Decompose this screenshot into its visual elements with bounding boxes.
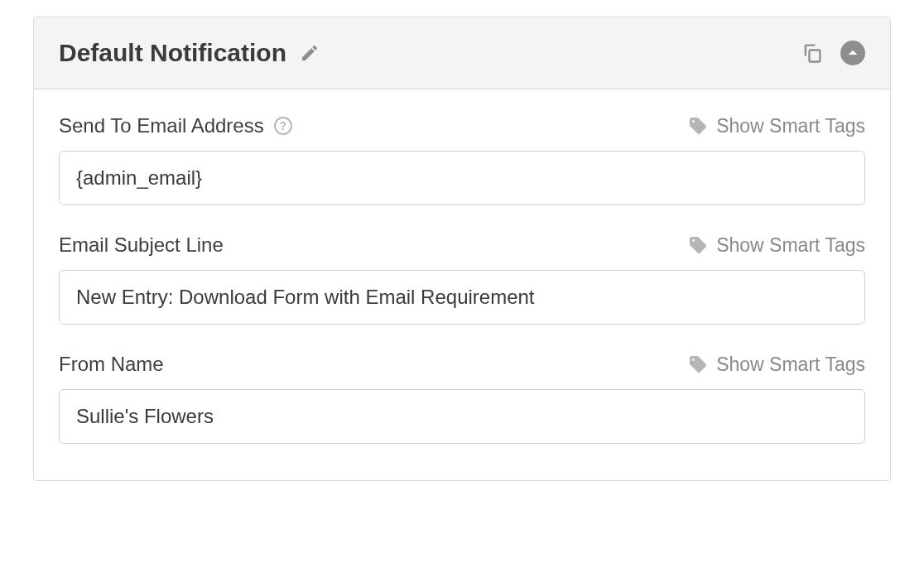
field-row: From Name Show Smart Tags	[59, 353, 865, 376]
from-name-field-group: From Name Show Smart Tags	[59, 353, 865, 444]
panel-title: Default Notification	[59, 39, 286, 67]
from-name-label: From Name	[59, 353, 164, 376]
field-label-wrap: Send To Email Address ?	[59, 114, 292, 137]
smart-tags-text: Show Smart Tags	[716, 354, 865, 376]
tag-icon	[688, 354, 708, 374]
edit-icon[interactable]	[300, 43, 320, 63]
show-smart-tags-link[interactable]: Show Smart Tags	[688, 354, 865, 376]
panel-header-right	[801, 41, 865, 65]
field-label-wrap: From Name	[59, 353, 164, 376]
collapse-icon[interactable]	[840, 41, 865, 65]
tag-icon	[688, 116, 708, 136]
notification-panel: Default Notification	[33, 17, 891, 481]
subject-field-group: Email Subject Line Show Smart Tags	[59, 233, 865, 325]
duplicate-icon[interactable]	[801, 41, 824, 65]
panel-header: Default Notification	[34, 17, 890, 89]
from-name-input[interactable]	[59, 389, 865, 444]
smart-tags-text: Show Smart Tags	[716, 115, 865, 137]
subject-input[interactable]	[59, 270, 865, 325]
field-row: Email Subject Line Show Smart Tags	[59, 233, 865, 257]
panel-header-left: Default Notification	[59, 39, 320, 67]
field-label-wrap: Email Subject Line	[59, 233, 224, 257]
show-smart-tags-link[interactable]: Show Smart Tags	[688, 234, 865, 257]
send-to-input[interactable]	[59, 151, 865, 205]
smart-tags-text: Show Smart Tags	[716, 234, 865, 257]
help-icon[interactable]: ?	[274, 117, 292, 135]
svg-rect-0	[810, 51, 821, 62]
show-smart-tags-link[interactable]: Show Smart Tags	[688, 115, 865, 137]
subject-label: Email Subject Line	[59, 233, 224, 257]
send-to-field-group: Send To Email Address ? Show Smart Tags	[59, 114, 865, 205]
panel-body: Send To Email Address ? Show Smart Tags	[34, 89, 890, 480]
tag-icon	[688, 235, 708, 255]
field-row: Send To Email Address ? Show Smart Tags	[59, 114, 865, 137]
send-to-label: Send To Email Address	[59, 114, 264, 137]
